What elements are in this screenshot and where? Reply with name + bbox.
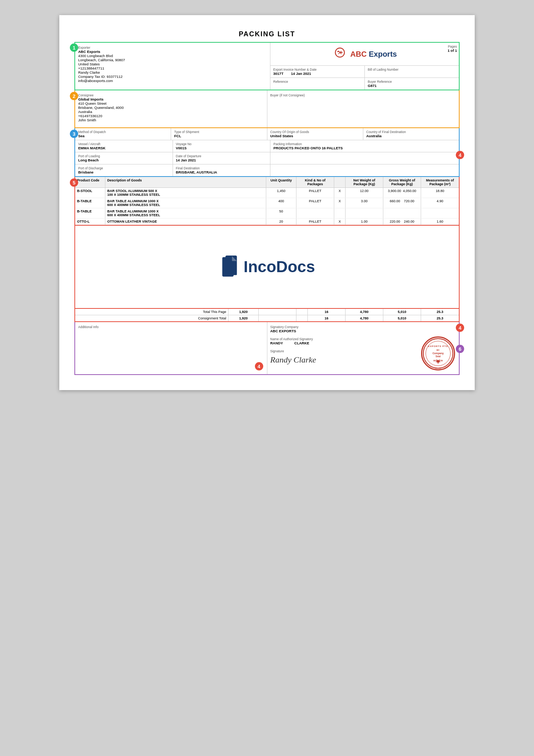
- td-net: 1.00: [346, 218, 383, 225]
- final-dest-value: BRISBANE, AUSTRALIA: [176, 170, 267, 174]
- packing-value: PRODUCTS PACKED ONTO 16 PALLETS: [273, 146, 456, 150]
- consignee-name: Global Imports: [78, 97, 264, 101]
- port-discharge-label: Port of Discharge: [78, 166, 170, 170]
- products-section: Product Code Description of Goods Unit Q…: [74, 177, 460, 226]
- svg-text:BC: BC: [437, 349, 440, 351]
- consignee-section: Consignee Global Imports 410 Queen Stree…: [74, 90, 460, 128]
- td-gross: 3,900.00 4,050.00: [383, 188, 421, 198]
- port-loading-cell: Port of Loading Long Beach: [75, 152, 173, 164]
- stamp-svg: EXPORTS PTD BC Company Seal 86124239: [421, 338, 455, 369]
- td-qty: 50: [266, 208, 296, 218]
- voyage-value: V001S: [176, 146, 267, 150]
- exporter-label: Exporter: [78, 46, 267, 50]
- dispatch-row1: Method of Dispatch Sea Type of Shipment …: [75, 128, 459, 140]
- totals-page-row: Total This Page 1,920 16 4,780 5,010 25.…: [75, 309, 459, 315]
- badge-1: 1: [70, 43, 78, 52]
- exporter-address1: 4300 Longbeach Blvd: [78, 54, 267, 58]
- td-qty: 1,450: [266, 188, 296, 198]
- buyer-ref-value: G871: [368, 84, 456, 88]
- total-page-net: 4,780: [346, 309, 383, 315]
- invoice-info: Export Invoice Number & Date 3017T 14 Ja…: [270, 66, 365, 77]
- total-consignment-gross: 5,010: [383, 315, 421, 321]
- total-page-empty: [259, 309, 296, 315]
- logo-icon: [332, 46, 347, 62]
- shipment-value: FCL: [174, 134, 264, 138]
- port-loading-label: Port of Loading: [78, 154, 170, 158]
- vessel-value: EMMA MAERSK: [78, 146, 170, 150]
- table-row: B-TABLE BAR TABLE ALUMINIUM 1000 X600 X …: [75, 198, 459, 208]
- dispatch-section: Method of Dispatch Sea Type of Shipment …: [74, 128, 460, 177]
- dest-value: Australia: [366, 134, 456, 138]
- buyer-section: Buyer (if not Consignee): [267, 90, 459, 127]
- td-qty: 20: [266, 218, 296, 225]
- td-kind: PALLET: [296, 188, 334, 198]
- shipment-label: Type of Shipment: [174, 130, 264, 134]
- total-consignment-meas: 25.3: [421, 315, 459, 321]
- td-net: 12.00: [346, 188, 383, 198]
- td-kind: PALLET: [296, 198, 334, 208]
- td-code: B-STOOL: [75, 188, 105, 198]
- incodocs-logo: IncoDocs: [219, 256, 315, 278]
- method-cell: Method of Dispatch Sea: [75, 128, 171, 140]
- method-label: Method of Dispatch: [78, 130, 168, 134]
- origin-label: Country Of Origin of Goods: [270, 130, 360, 134]
- td-meas: 18.80: [421, 188, 459, 198]
- col-header-desc: Description of Goods: [105, 177, 266, 187]
- badge-5: 5: [70, 178, 78, 187]
- td-desc: BAR TABLE ALUMINIUM 1000 X600 X 400MM ST…: [105, 208, 266, 218]
- departure-cell: Date of Departure 14 Jan 2021: [173, 152, 271, 164]
- exporter-section: Exporter ABC Exports 4300 Longbeach Blvd…: [74, 42, 460, 90]
- departure-value: 14 Jan 2021: [176, 158, 267, 162]
- consignee-country: Australia: [78, 110, 264, 114]
- total-page-qty: 1,920: [228, 309, 259, 315]
- vessel-cell: Vessel / Aircraft EMMA MAERSK: [75, 140, 173, 152]
- exporter-address2: Longbeach, California, 90807: [78, 58, 267, 62]
- td-gross: 220.00 240.00: [383, 218, 421, 225]
- total-page-label: Total This Page: [75, 309, 228, 315]
- incodocs-text: IncoDocs: [244, 258, 315, 276]
- port-discharge-value: Brisbane: [78, 170, 170, 174]
- logo-text: ABC Exports: [350, 50, 397, 59]
- voyage-cell: Voyage No V001S: [173, 140, 271, 152]
- packing-label: Packing Information: [273, 142, 456, 146]
- totals-section: Total This Page 1,920 16 4,780 5,010 25.…: [74, 309, 460, 322]
- voyage-label: Voyage No: [176, 142, 267, 146]
- total-consignment-qty: 1,920: [228, 315, 259, 321]
- svg-text:Company: Company: [432, 352, 444, 355]
- invoice-row: Export Invoice Number & Date 3017T 14 Ja…: [270, 65, 459, 77]
- total-consignment-net: 4,780: [346, 315, 383, 321]
- td-code: B-TABLE: [75, 208, 105, 218]
- consignee-info: Consignee Global Imports 410 Queen Stree…: [75, 90, 267, 127]
- reference-info: Reference: [270, 78, 365, 90]
- invoice-label: Export Invoice Number & Date: [273, 68, 361, 71]
- auth-first: RANDY: [270, 341, 283, 345]
- exporter-contact: Randy Clarke: [78, 70, 267, 74]
- td-x: X: [334, 188, 346, 198]
- buyer-ref-label: Buyer Reference: [368, 80, 456, 84]
- svg-text:Seal: Seal: [435, 355, 441, 358]
- pages-label: Pages: [448, 45, 457, 48]
- svg-text:EXPORTS PTD: EXPORTS PTD: [428, 345, 448, 347]
- total-consignment-label: Consignment Total: [75, 315, 228, 321]
- badge-3: 3: [70, 130, 78, 138]
- document-page: PACKING LIST 1 Exporter ABC Exports 4300…: [59, 15, 475, 390]
- departure-label: Date of Departure: [176, 154, 267, 158]
- col-header-gross: Gross Weight of Package (Kg): [383, 177, 421, 187]
- badge-6: 6: [456, 345, 464, 353]
- col-header-qty: Unit Quantity: [266, 177, 296, 187]
- td-net: 3.00: [346, 198, 383, 208]
- table-header: Product Code Description of Goods Unit Q…: [75, 177, 459, 188]
- table-row: OTTO-L OTTOMAN LEATHER VINTAGE 20 PALLET…: [75, 218, 459, 225]
- td-kind: PALLET: [296, 218, 334, 225]
- badge-4b: 4: [456, 324, 464, 332]
- td-desc: BAR TABLE ALUMINIUM 1000 X600 X 400MM ST…: [105, 198, 266, 208]
- empty2: [270, 164, 459, 176]
- final-dest-cell: Final Destination BRISBANE, AUSTRALIA: [173, 164, 271, 176]
- td-qty: 400: [266, 198, 296, 208]
- badge-4a: 4: [456, 151, 464, 159]
- col-header-x: [334, 177, 346, 187]
- reference-label: Reference: [273, 80, 361, 84]
- port-loading-value: Long Beach: [78, 158, 170, 162]
- col-header-code: Product Code: [75, 177, 105, 187]
- col-header-net: Net Weight of Package (Kg): [346, 177, 383, 187]
